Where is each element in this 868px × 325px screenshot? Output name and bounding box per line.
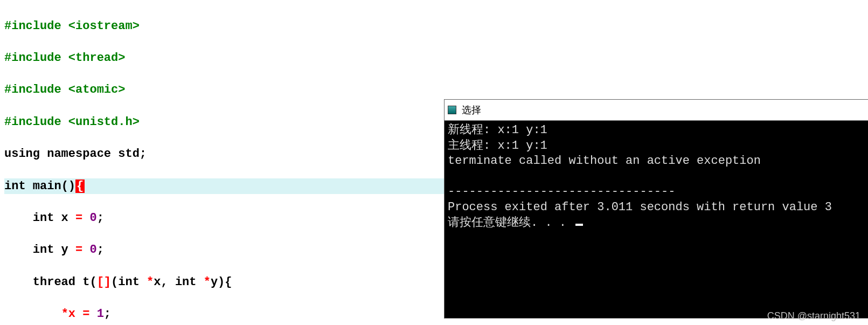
code-line: #include <atomic> xyxy=(4,82,864,98)
console-line: 主线程: x:1 y:1 xyxy=(448,139,547,153)
preprocessor: #include <unistd.h> xyxy=(4,115,140,129)
console-output: 新线程: x:1 y:1 主线程: x:1 y:1 terminate call… xyxy=(445,121,868,233)
console-line: terminate called without an active excep… xyxy=(448,154,761,168)
preprocessor: #include <iostream> xyxy=(4,19,140,33)
preprocessor: #include <thread> xyxy=(4,51,125,65)
code-line: #include <thread> xyxy=(4,50,864,66)
console-line: 请按任意键继续. . . xyxy=(448,216,573,230)
console-window: 选择 新线程: x:1 y:1 主线程: x:1 y:1 terminate c… xyxy=(445,100,868,318)
code-line: #include <iostream> xyxy=(4,18,864,34)
console-title: 选择 xyxy=(462,103,481,116)
preprocessor: #include <atomic> xyxy=(4,83,125,96)
keyword: int xyxy=(4,179,26,193)
console-separator: -------------------------------- xyxy=(448,185,675,198)
keyword: int xyxy=(33,243,54,257)
console-line: 新线程: x:1 y:1 xyxy=(448,123,547,137)
console-titlebar[interactable]: 选择 xyxy=(445,100,868,121)
matched-brace: { xyxy=(75,179,85,193)
keyword: int xyxy=(33,211,54,225)
console-icon xyxy=(448,106,456,114)
watermark: CSDN @starnight531 xyxy=(767,310,860,322)
cursor-icon xyxy=(575,224,583,226)
console-line: Process exited after 3.011 seconds with … xyxy=(448,200,832,214)
keyword: using namespace xyxy=(4,147,111,161)
